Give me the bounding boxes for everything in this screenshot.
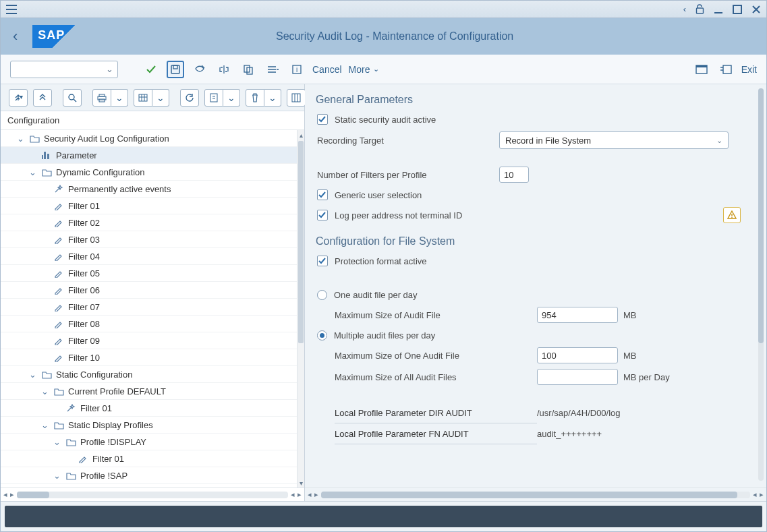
tree-node[interactable]: Filter 01 — [1, 198, 304, 214]
max-all-input[interactable] — [537, 369, 618, 385]
more-menu[interactable]: More ⌄ — [349, 64, 379, 75]
tree-node-label: Dynamic Configuration — [56, 167, 145, 177]
tree-node[interactable]: Filter 03 — [1, 231, 304, 248]
svg-rect-0 — [697, 8, 704, 13]
minimize-icon[interactable] — [714, 5, 723, 14]
compare-button[interactable] — [215, 61, 233, 78]
cancel-button[interactable]: Cancel — [312, 64, 342, 75]
protection-label: Protection format active — [335, 256, 427, 266]
save-button[interactable] — [167, 61, 184, 78]
find-button[interactable] — [63, 89, 82, 107]
one-per-day-radio[interactable] — [317, 290, 327, 300]
new-window-button[interactable] — [693, 61, 710, 78]
layout-table-menu[interactable]: ⌄ — [152, 89, 169, 107]
generic-user-checkbox[interactable] — [317, 189, 328, 200]
expand-all-button[interactable]: ▾ — [9, 89, 28, 107]
tree-node[interactable]: Filter 07 — [1, 299, 304, 316]
display-change-button[interactable] — [191, 61, 208, 78]
layout-table-button[interactable] — [134, 89, 152, 107]
accept-button[interactable] — [142, 61, 160, 78]
config-tree[interactable]: ⌄Security Audit Log ConfigurationParamet… — [1, 130, 304, 484]
tree-node[interactable]: Filter 08 — [1, 316, 304, 332]
tree-scrollbar[interactable]: ▴ ▾ — [297, 130, 304, 487]
svg-rect-18 — [292, 94, 300, 102]
tree-node[interactable]: ⌄Profile !SAP — [1, 467, 304, 484]
recording-target-select[interactable]: Record in File System ⌄ — [499, 131, 729, 149]
window-frame: ‹ ‹ Security Audit Log - Maintenance of … — [0, 0, 767, 532]
info-button[interactable]: i — [288, 61, 306, 78]
one-per-day-label: One audit file per day — [334, 290, 418, 300]
tree-panel: ▾ ⌄ — [1, 84, 305, 501]
num-filters-input[interactable] — [499, 167, 529, 183]
tree-node[interactable]: ⌄Static Configuration — [1, 366, 304, 383]
back-button[interactable]: ‹ — [13, 28, 18, 45]
max-size-input[interactable] — [537, 307, 618, 323]
tree-node[interactable]: Filter 01 — [1, 400, 304, 417]
tree-twisty[interactable]: ⌄ — [28, 167, 37, 177]
tree-twisty[interactable]: ⌄ — [52, 471, 61, 481]
collapse-all-button[interactable] — [33, 89, 52, 107]
print-button[interactable] — [92, 89, 111, 107]
tree-node[interactable]: Filter 02 — [1, 214, 304, 231]
multi-per-day-radio[interactable] — [317, 330, 327, 341]
wand-icon — [65, 404, 76, 413]
tree-node[interactable]: ⌄Dynamic Configuration — [1, 164, 304, 181]
max-all-unit: MB per Day — [623, 372, 670, 382]
tree-node[interactable]: ⌄Security Audit Log Configuration — [1, 130, 304, 147]
copy-button[interactable] — [239, 61, 257, 78]
create-menu[interactable]: ⌄ — [223, 89, 240, 107]
column-config-button[interactable] — [287, 89, 306, 107]
tree-node-label: Profile !DISPLAY — [80, 437, 146, 447]
transaction-code-input[interactable]: ⌄ — [10, 61, 118, 78]
refresh-button[interactable] — [180, 89, 199, 107]
log-peer-checkbox[interactable] — [317, 210, 328, 220]
tree-node[interactable]: Filter 04 — [1, 248, 304, 265]
distribute-button[interactable] — [264, 61, 281, 78]
form-hscroll[interactable]: ◂▸ ◂▸ — [305, 487, 766, 501]
protection-checkbox[interactable] — [317, 256, 328, 266]
tree-node-label: Static Display Profiles — [68, 420, 153, 430]
hamburger-icon[interactable] — [6, 5, 17, 14]
tree-twisty[interactable]: ⌄ — [52, 437, 61, 447]
close-icon[interactable] — [751, 5, 761, 14]
exit-button[interactable]: Exit — [741, 64, 757, 75]
tree-node[interactable]: Permanently active events — [1, 181, 304, 198]
delete-menu[interactable]: ⌄ — [264, 89, 281, 107]
tree-node-label: Filter 07 — [68, 302, 100, 312]
lock-open-icon[interactable] — [695, 4, 704, 14]
tree-node[interactable]: ⌄Static Display Profiles — [1, 417, 304, 434]
tree-node-label: Static Configuration — [56, 370, 132, 380]
chevron-down-icon: ⌄ — [373, 65, 379, 73]
tree-node[interactable]: Filter 01 — [1, 450, 304, 467]
tree-node-label: Filter 06 — [68, 285, 100, 295]
tree-node[interactable]: Filter 06 — [1, 282, 304, 299]
tree-node[interactable]: ⌄Profile !DISPLAY — [1, 434, 304, 450]
svg-rect-21 — [42, 155, 43, 159]
tree-twisty[interactable]: ⌄ — [16, 134, 25, 144]
svg-text:i: i — [296, 66, 297, 73]
svg-rect-23 — [731, 217, 732, 218]
tree-node[interactable]: ⌄Current Profile DEFAULT — [1, 383, 304, 400]
tree-twisty[interactable]: ⌄ — [40, 420, 49, 430]
tree-node-label: Filter 05 — [68, 268, 100, 278]
tree-hscroll[interactable]: ◂▸ ◂▸ — [1, 487, 304, 501]
maximize-icon[interactable] — [733, 5, 742, 14]
tree-node[interactable]: Parameter — [1, 147, 304, 164]
layout-button[interactable] — [717, 61, 735, 78]
tree-node[interactable]: Filter 05 — [1, 265, 304, 282]
static-audit-active-checkbox[interactable] — [317, 114, 328, 125]
max-one-input[interactable] — [537, 347, 618, 363]
svg-rect-17 — [210, 94, 217, 102]
tree-twisty[interactable]: ⌄ — [40, 386, 49, 396]
tree-node[interactable]: Filter 09 — [1, 332, 304, 349]
warning-icon[interactable] — [723, 207, 741, 223]
create-button[interactable] — [204, 89, 223, 107]
form-scrollbar[interactable] — [758, 88, 764, 481]
svg-rect-11 — [723, 65, 731, 73]
max-one-label: Maximum Size of One Audit File — [335, 351, 537, 361]
print-menu[interactable]: ⌄ — [111, 89, 128, 107]
tree-node[interactable]: Filter 10 — [1, 349, 304, 366]
delete-button[interactable] — [246, 89, 264, 107]
chevron-left-small-icon[interactable]: ‹ — [683, 4, 686, 14]
tree-twisty[interactable]: ⌄ — [28, 370, 37, 380]
